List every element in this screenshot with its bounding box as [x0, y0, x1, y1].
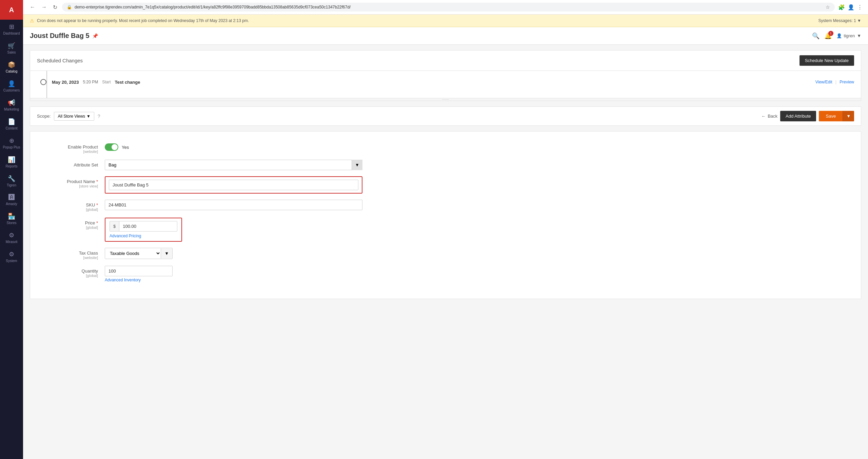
preview-link[interactable]: Preview	[840, 80, 854, 84]
refresh-button[interactable]: ↻	[52, 3, 59, 11]
sidebar-logo: A	[0, 0, 23, 20]
sidebar-item-mirasvit[interactable]: ⚙ Mirasvit	[0, 228, 23, 247]
system-messages[interactable]: System Messages: 1 ▼	[818, 18, 861, 23]
forward-nav-button[interactable]: →	[40, 3, 48, 11]
attribute-set-select[interactable]: Bag	[105, 160, 362, 170]
save-btn-group: Save ▼	[819, 111, 854, 121]
extensions-icon[interactable]: 🧩	[838, 4, 845, 11]
chevron-down-icon: ▼	[857, 18, 861, 23]
advanced-pricing-link[interactable]: Advanced Pricing	[110, 234, 177, 238]
sku-scope: [global]	[44, 207, 98, 212]
price-highlight-box: $ Advanced Pricing	[105, 218, 182, 242]
tax-class-row: Tax Class [website] Taxable Goods ▼	[44, 248, 847, 260]
sidebar-item-marketing[interactable]: 📢 Marketing	[0, 96, 23, 115]
help-icon[interactable]: ?	[98, 114, 100, 119]
view-edit-link[interactable]: View/Edit	[815, 80, 832, 84]
toolbar-actions: ← Back Add Attribute Save ▼	[761, 111, 854, 121]
sidebar-item-content[interactable]: 📄 Content	[0, 115, 23, 134]
timeline-item: May 20, 2023 5:20 PM Start Test change V…	[40, 76, 854, 88]
drag-handle[interactable]: ⋯⋯	[30, 98, 861, 101]
product-name-row: Product Name * [store view]	[44, 176, 847, 194]
search-icon[interactable]: 🔍	[812, 32, 820, 40]
sidebar-item-sales[interactable]: 🛒 Sales	[0, 39, 23, 58]
url-bar: ← → ↻ 🔒 demo-enterprise.tigrendev.com/ad…	[23, 0, 868, 15]
attribute-set-control: Bag ▼	[105, 160, 362, 170]
tax-select-wrap: Taxable Goods ▼	[105, 248, 173, 259]
header-bar: Joust Duffle Bag 5 📌 🔍 🔔 1 👤 tigren ▼	[23, 27, 868, 45]
sidebar-item-label: Amasty	[6, 202, 17, 206]
sidebar-item-label: Stores	[7, 221, 17, 225]
content-area: Scheduled Changes Schedule New Update Ma…	[23, 45, 868, 459]
enable-product-label: Enable Product [website]	[44, 142, 98, 154]
notifications-icon[interactable]: 🔔 1	[824, 32, 832, 40]
sidebar-item-customers[interactable]: 👤 Customers	[0, 77, 23, 96]
scope-select[interactable]: All Store Views ▼	[54, 112, 94, 121]
profile-icon[interactable]: 👤	[848, 4, 854, 11]
attribute-set-select-wrap: Bag ▼	[105, 160, 362, 170]
sidebar-item-tigren[interactable]: 🔧 Tigren	[0, 172, 23, 191]
url-bar-input[interactable]: 🔒 demo-enterprise.tigrendev.com/admin_7e…	[62, 3, 835, 12]
sidebar-item-popup-plus[interactable]: ⊕ Popup Plus	[0, 134, 23, 153]
browser-actions: 🧩 👤 ⋮	[838, 4, 863, 11]
sidebar-item-reports[interactable]: 📊 Reports	[0, 153, 23, 172]
sidebar-item-label: Catalog	[6, 69, 17, 73]
mirasvit-icon: ⚙	[9, 232, 14, 239]
price-input-wrap: $	[110, 221, 177, 232]
price-currency: $	[110, 221, 119, 231]
sidebar-item-label: Customers	[3, 88, 20, 92]
sidebar-item-label: Dashboard	[3, 32, 20, 35]
sales-icon: 🛒	[8, 42, 15, 49]
catalog-icon: 📦	[8, 61, 15, 68]
enable-product-toggle[interactable]	[105, 143, 118, 151]
chevron-down-icon: ▼	[857, 33, 861, 38]
price-control: $ Advanced Pricing	[105, 218, 362, 242]
scheduled-changes-panel: Scheduled Changes Schedule New Update Ma…	[30, 50, 861, 101]
scope-label: Scope:	[37, 114, 51, 119]
sidebar-item-system[interactable]: ⚙ System	[0, 247, 23, 266]
sidebar-item-catalog[interactable]: 📦 Catalog	[0, 58, 23, 77]
username: tigren	[844, 33, 855, 38]
schedule-new-update-button[interactable]: Schedule New Update	[800, 55, 854, 66]
quantity-label: Quantity [global]	[44, 266, 98, 278]
sidebar-item-dashboard[interactable]: ⊞ Dashboard	[0, 20, 23, 39]
timeline-label: Start	[102, 80, 111, 84]
arrow-left-icon: ←	[761, 114, 766, 119]
save-dropdown-button[interactable]: ▼	[843, 111, 854, 121]
sku-input[interactable]	[105, 200, 362, 210]
quantity-input[interactable]	[105, 266, 173, 276]
product-name-input[interactable]	[109, 180, 358, 190]
page-title: Joust Duffle Bag 5	[30, 32, 90, 40]
popup-plus-icon: ⊕	[9, 137, 14, 144]
sidebar-item-label: Content	[5, 126, 17, 130]
price-input[interactable]	[119, 221, 177, 231]
back-label: Back	[768, 114, 777, 119]
timeline-area: May 20, 2023 5:20 PM Start Test change V…	[30, 71, 861, 98]
sidebar-item-stores[interactable]: 🏪 Stores	[0, 209, 23, 228]
enable-product-value: Yes	[122, 145, 129, 150]
sidebar-item-label: Sales	[7, 51, 16, 54]
sidebar-item-label: System	[6, 259, 17, 263]
save-button[interactable]: Save	[819, 111, 843, 121]
timeline-dot	[40, 79, 46, 85]
product-name-label-main: Product Name *	[44, 179, 98, 184]
logo-letter: A	[9, 6, 14, 14]
sidebar-item-amasty[interactable]: 🅰 Amasty	[0, 191, 23, 209]
star-icon[interactable]: ☆	[826, 4, 830, 10]
advanced-inventory-link[interactable]: Advanced Inventory	[105, 278, 141, 282]
warning-text: Cron does not appear to be running prope…	[37, 18, 249, 23]
topbar-warning: ⚠ Cron does not appear to be running pro…	[30, 18, 249, 23]
price-label-main: Price *	[44, 220, 98, 225]
pin-icon[interactable]: 📌	[92, 33, 98, 39]
tax-class-select[interactable]: Taxable Goods	[105, 248, 161, 259]
user-info[interactable]: 👤 tigren ▼	[836, 33, 861, 38]
sku-label-main: SKU *	[44, 202, 98, 207]
required-star: *	[96, 179, 98, 184]
customers-icon: 👤	[8, 80, 15, 87]
back-nav-button[interactable]: ←	[28, 3, 37, 11]
tax-dropdown-btn[interactable]: ▼	[161, 248, 172, 258]
attribute-set-arrow: ▼	[352, 160, 362, 170]
add-attribute-button[interactable]: Add Attribute	[780, 111, 816, 121]
menu-icon[interactable]: ⋮	[857, 4, 863, 11]
warning-icon: ⚠	[30, 18, 34, 23]
back-button[interactable]: ← Back	[761, 114, 777, 119]
